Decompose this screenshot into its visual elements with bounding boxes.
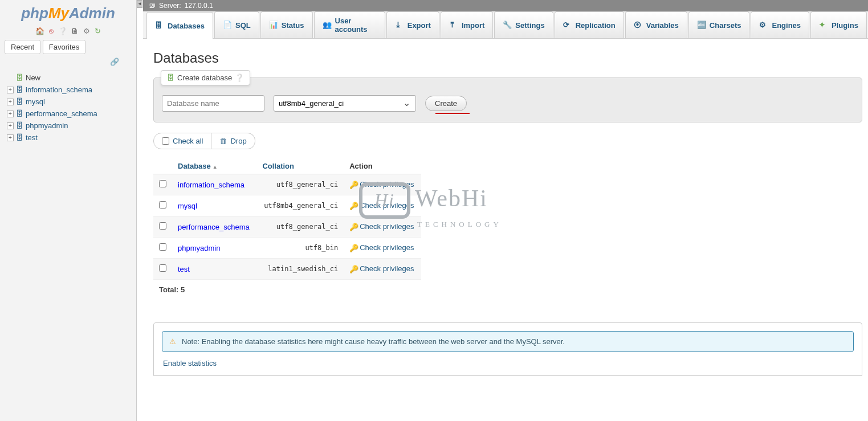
collapse-link-icon[interactable]: 🔗 (0, 56, 136, 70)
notice-box: ⚠ Note: Enabling the database statistics… (153, 322, 862, 376)
enable-statistics-link[interactable]: Enable statistics (162, 358, 217, 370)
tab-settings[interactable]: 🔧Settings (494, 11, 553, 38)
tab-engines[interactable]: ⚙Engines (751, 11, 809, 38)
tab-label: User accounts (335, 17, 377, 34)
check-privileges-link[interactable]: Check privileges (360, 222, 414, 231)
tree-item-performance-schema[interactable]: + 🗄 performance_schema (7, 108, 129, 120)
export-icon: ⤓ (395, 21, 404, 30)
database-icon: 🗄 (16, 85, 23, 94)
database-link[interactable]: test (178, 265, 190, 273)
database-link[interactable]: phpmyadmin (178, 244, 220, 252)
create-button[interactable]: Create (425, 96, 467, 111)
home-icon[interactable]: 🏠 (35, 27, 44, 35)
charsets-icon: 🔤 (697, 21, 706, 30)
tree-item-phpmyadmin[interactable]: + 🗄 phpmyadmin (7, 120, 129, 132)
tab-status[interactable]: 📊Status (260, 11, 313, 38)
privileges-icon: 🔑 (349, 265, 357, 273)
tab-charsets[interactable]: 🔤Charsets (688, 11, 750, 38)
tree-new-label: New (26, 73, 40, 82)
check-all-checkbox[interactable] (162, 137, 169, 145)
collation-cell: utf8_general_ci (256, 174, 344, 195)
create-database-form: utf8mb4_general_ci Create (162, 95, 854, 112)
logo-my: My (48, 5, 69, 22)
privileges-icon: 🔑 (349, 244, 357, 252)
database-link[interactable]: performance_schema (178, 223, 250, 231)
check-all-button[interactable]: Check all (153, 133, 211, 149)
tree-label: performance_schema (26, 109, 97, 118)
tree-item-mysql[interactable]: + 🗄 mysql (7, 96, 129, 108)
tab-user-accounts[interactable]: 👥User accounts (314, 11, 385, 38)
sql-icon: 📄 (223, 21, 232, 30)
databases-table: Database▲ Collation Action information_s… (153, 158, 421, 280)
check-all-label: Check all (173, 137, 203, 145)
total-label: Total: (159, 285, 178, 294)
add-database-icon: 🗄 (167, 73, 174, 82)
tab-plugins[interactable]: ✦Plugins (810, 11, 867, 38)
server-breadcrumb[interactable]: 🖳 Server: 127.0.0.1 (143, 0, 868, 11)
tab-label: Plugins (832, 21, 858, 30)
check-privileges-link[interactable]: Check privileges (360, 180, 414, 189)
recent-tab[interactable]: Recent (5, 40, 40, 54)
row-checkbox[interactable] (159, 180, 166, 187)
databases-icon: 🗄 (155, 21, 164, 30)
sidebar: phpMyAdmin 🏠 ⎋ ❔ 🗎 ⚙ ↻ Recent Favorites … (0, 0, 137, 421)
expand-icon[interactable]: + (7, 122, 14, 129)
new-db-icon: 🗄 (16, 73, 23, 82)
tab-variables[interactable]: ⦿Variables (625, 11, 687, 38)
row-checkbox[interactable] (159, 264, 166, 272)
drop-label: Drop (230, 137, 246, 145)
tab-label: Engines (772, 21, 801, 30)
users-icon: 👥 (323, 21, 332, 30)
help-icon[interactable]: ❔ (235, 73, 244, 82)
sidebar-tabs: Recent Favorites (0, 38, 136, 56)
reload-icon[interactable]: ↻ (95, 27, 101, 35)
tab-label: SQL (235, 21, 251, 30)
check-privileges-link[interactable]: Check privileges (360, 201, 414, 210)
header-collation[interactable]: Collation (256, 158, 344, 174)
total-count: 5 (181, 285, 185, 294)
check-privileges-link[interactable]: Check privileges (360, 243, 414, 252)
tab-databases[interactable]: 🗄Databases (146, 12, 213, 39)
logo[interactable]: phpMyAdmin (0, 0, 136, 24)
notice-text: Note: Enabling the database statistics h… (182, 337, 565, 346)
tab-label: Variables (646, 21, 679, 30)
tab-export[interactable]: ⤓Export (386, 11, 439, 38)
sql-icon[interactable]: 🗎 (71, 27, 79, 35)
exit-icon[interactable]: ⎋ (49, 27, 54, 35)
expand-icon[interactable]: + (7, 87, 14, 93)
row-checkbox[interactable] (159, 201, 166, 209)
row-checkbox[interactable] (159, 222, 166, 230)
server-host: 127.0.0.1 (185, 2, 213, 10)
tab-import[interactable]: ⤒Import (441, 11, 493, 38)
collation-select[interactable]: utf8mb4_general_ci (274, 95, 416, 112)
server-icon: 🖳 (149, 2, 156, 10)
database-icon: 🗄 (16, 109, 23, 118)
table-row: mysqlutf8mb4_general_ci🔑Check privileges (153, 195, 421, 216)
tab-replication[interactable]: ⟳Replication (555, 11, 624, 38)
tab-label: Replication (576, 21, 616, 30)
favorites-tab[interactable]: Favorites (43, 40, 85, 54)
drop-button[interactable]: 🗑 Drop (211, 133, 255, 149)
settings-icon[interactable]: ⚙ (83, 27, 90, 35)
db-tree: 🗄 New + 🗄 information_schema + 🗄 mysql +… (0, 70, 136, 146)
server-label: Server: (159, 2, 181, 10)
tab-sql[interactable]: 📄SQL (214, 11, 259, 38)
tree-label: mysql (26, 97, 45, 106)
database-link[interactable]: information_schema (178, 181, 244, 189)
sidebar-collapse-handle[interactable]: ◄ (137, 0, 142, 8)
page-title: Databases (153, 50, 862, 66)
header-database[interactable]: Database▲ (172, 158, 256, 174)
tree-item-information-schema[interactable]: + 🗄 information_schema (7, 84, 129, 96)
database-name-input[interactable] (162, 95, 264, 112)
expand-icon[interactable]: + (7, 99, 14, 105)
expand-icon[interactable]: + (7, 134, 14, 141)
tab-label: Databases (168, 22, 205, 30)
tree-new[interactable]: 🗄 New (7, 72, 129, 84)
row-checkbox[interactable] (159, 243, 166, 251)
check-privileges-link[interactable]: Check privileges (360, 264, 414, 273)
expand-icon[interactable]: + (7, 111, 14, 117)
tree-item-test[interactable]: + 🗄 test (7, 132, 129, 144)
database-link[interactable]: mysql (178, 202, 197, 210)
sort-asc-icon: ▲ (213, 164, 218, 170)
docs-icon[interactable]: ❔ (58, 27, 67, 35)
